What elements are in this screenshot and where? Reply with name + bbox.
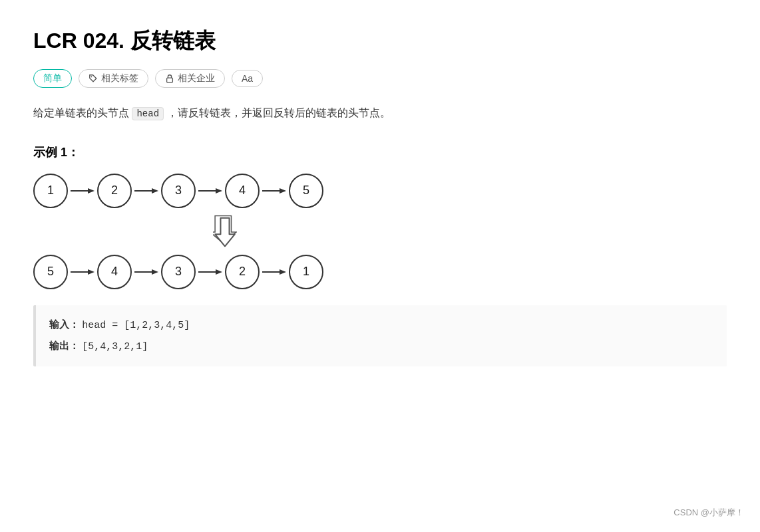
list-before-row: 1 2 3 4 bbox=[33, 174, 727, 208]
node-after-2: 2 bbox=[225, 255, 260, 289]
node-before-4: 4 bbox=[225, 174, 260, 208]
arrow-a-2-1 bbox=[262, 267, 286, 277]
arrow-a-4-3 bbox=[134, 267, 158, 277]
diagram-container: 1 2 3 4 bbox=[33, 174, 727, 289]
node-after-4: 4 bbox=[97, 255, 132, 289]
node-before-2: 2 bbox=[97, 174, 132, 208]
description-prefix: 给定单链表的头节点 bbox=[33, 107, 132, 118]
output-label: 输出： bbox=[49, 340, 79, 351]
tag-icon bbox=[89, 74, 98, 83]
tag-related-companies-label: 相关企业 bbox=[178, 72, 215, 84]
description-code: head bbox=[132, 107, 164, 120]
tag-related-tags-label: 相关标签 bbox=[101, 72, 138, 84]
tags-row: 简单 相关标签 相关企业 Aa bbox=[33, 69, 727, 88]
arrow-4-5 bbox=[262, 186, 286, 196]
node-before-5: 5 bbox=[289, 174, 323, 208]
output-line: 输出： [5,4,3,2,1] bbox=[49, 336, 713, 357]
svg-marker-16 bbox=[216, 269, 222, 275]
svg-marker-9 bbox=[280, 188, 286, 194]
svg-marker-14 bbox=[152, 269, 158, 275]
watermark: CSDN @小萨摩！ bbox=[673, 507, 744, 519]
svg-marker-5 bbox=[152, 188, 158, 194]
node-before-1: 1 bbox=[33, 174, 68, 208]
input-line: 输入： head = [1,2,3,4,5] bbox=[49, 315, 713, 336]
node-after-5: 5 bbox=[33, 255, 68, 289]
output-value: [5,4,3,2,1] bbox=[82, 341, 148, 352]
arrow-a-5-4 bbox=[71, 267, 95, 277]
arrow-3-4 bbox=[198, 186, 222, 196]
example-io-block: 输入： head = [1,2,3,4,5] 输出： [5,4,3,2,1] bbox=[33, 305, 727, 366]
problem-description: 给定单链表的头节点 head ，请反转链表，并返回反转后的链表的头节点。 bbox=[33, 104, 727, 123]
tag-easy[interactable]: 简单 bbox=[33, 69, 72, 88]
node-before-3: 3 bbox=[161, 174, 196, 208]
node-after-1: 1 bbox=[289, 255, 323, 289]
lock-icon bbox=[165, 74, 174, 83]
svg-marker-7 bbox=[216, 188, 222, 194]
page-title: LCR 024. 反转链表 bbox=[33, 27, 727, 56]
tag-font-label: Aa bbox=[242, 73, 253, 84]
down-arrow-container bbox=[33, 215, 727, 249]
svg-point-0 bbox=[91, 76, 93, 78]
node-after-3: 3 bbox=[161, 255, 196, 289]
svg-marker-3 bbox=[88, 188, 95, 194]
tag-related-companies[interactable]: 相关企业 bbox=[155, 69, 225, 88]
input-value: head = [1,2,3,4,5] bbox=[82, 320, 190, 331]
svg-marker-12 bbox=[88, 269, 95, 275]
svg-marker-18 bbox=[280, 269, 286, 275]
tag-font[interactable]: Aa bbox=[232, 70, 263, 87]
input-label: 输入： bbox=[49, 319, 79, 330]
arrow-2-3 bbox=[134, 186, 158, 196]
down-arrow bbox=[213, 215, 237, 249]
list-after-row: 5 4 3 2 bbox=[33, 255, 727, 289]
tag-easy-label: 简单 bbox=[43, 72, 62, 84]
example-title: 示例 1： bbox=[33, 144, 727, 160]
arrow-a-3-2 bbox=[198, 267, 222, 277]
tag-related-tags[interactable]: 相关标签 bbox=[79, 69, 148, 88]
arrow-1-2 bbox=[71, 186, 95, 196]
description-suffix: ，请反转链表，并返回反转后的链表的头节点。 bbox=[164, 107, 390, 118]
svg-rect-1 bbox=[167, 78, 173, 82]
